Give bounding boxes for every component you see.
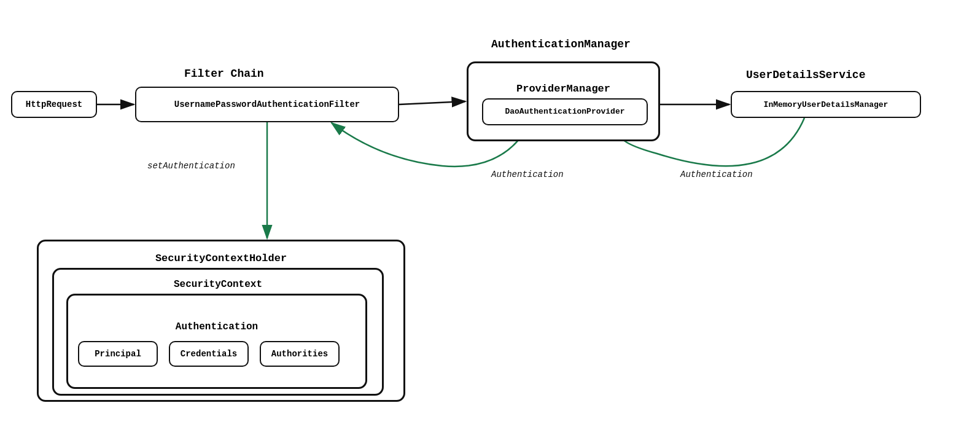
user-details-service-label: UserDetailsService xyxy=(746,69,865,81)
filter-box: UsernamePasswordAuthenticationFilter xyxy=(135,87,399,122)
provider-manager-label: ProviderManager xyxy=(469,83,658,98)
authorities-box: Authorities xyxy=(260,341,340,367)
user-details-manager-box: InMemoryUserDetailsManager xyxy=(731,91,921,118)
credentials-box: Credentials xyxy=(169,341,249,367)
security-context-holder-label: SecurityContextHolder xyxy=(39,253,403,268)
svg-line-4 xyxy=(399,101,465,104)
dao-provider-box: DaoAuthenticationProvider xyxy=(482,98,648,125)
auth-label-2: Authentication xyxy=(680,170,753,179)
diagram: HttpRequest Filter Chain UsernamePasswor… xyxy=(0,0,980,427)
authentication-manager-label: AuthenticationManager xyxy=(491,38,631,50)
http-request-box: HttpRequest xyxy=(11,91,97,118)
authentication-box: Authentication Principal Credentials Aut… xyxy=(66,294,367,389)
filter-chain-label: Filter Chain xyxy=(184,68,264,80)
provider-manager-box: ProviderManager DaoAuthenticationProvide… xyxy=(467,61,660,141)
security-context-box: SecurityContext Authentication Principal… xyxy=(52,268,384,396)
security-context-label: SecurityContext xyxy=(54,279,382,294)
security-context-holder-box: SecurityContextHolder SecurityContext Au… xyxy=(37,240,405,402)
auth-label-1: Authentication xyxy=(491,170,564,179)
principal-box: Principal xyxy=(78,341,158,367)
authentication-label: Authentication xyxy=(68,321,365,339)
set-authentication-label: setAuthentication xyxy=(147,161,235,171)
